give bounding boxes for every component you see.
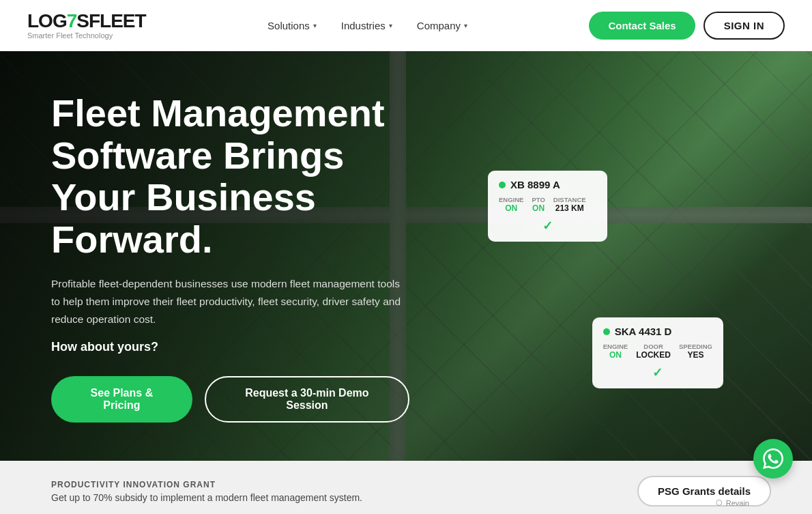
fleet-stats-2: Engine ON Door LOCKED Speeding YES xyxy=(603,343,712,360)
nav-industries[interactable]: Industries ▾ xyxy=(341,20,392,31)
fleet-card-2-header: SKA 4431 D xyxy=(603,326,712,337)
revain-label: Revain xyxy=(726,499,749,507)
contact-sales-button[interactable]: Contact Sales xyxy=(589,12,695,40)
fleet-card-1-header: XB 8899 A xyxy=(499,179,596,190)
request-demo-button[interactable]: Request a 30-min Demo Session xyxy=(205,376,409,423)
hero-content: Fleet Management Software Brings Your Bu… xyxy=(0,51,450,461)
card-arrow-2: ✓ xyxy=(603,365,712,380)
banner-text: PRODUCTIVITY INNOVATION GRANT Get up to … xyxy=(51,480,362,503)
stat-pto-1: PTO ON xyxy=(532,196,545,213)
revain-icon: ⬡ xyxy=(716,498,723,507)
stat-engine-1: Engine ON xyxy=(499,196,523,213)
chevron-down-icon: ▾ xyxy=(313,22,317,29)
stat-engine-2: Engine ON xyxy=(603,343,628,360)
psg-grants-button[interactable]: PSG Grants details xyxy=(637,476,771,506)
stat-distance-1: Distance 213 KM xyxy=(553,196,586,213)
banner-description: Get up to 70% subsidy to implement a mod… xyxy=(51,492,362,503)
stat-value-engine-1: ON xyxy=(505,203,517,213)
nav-links: Solutions ▾ Industries ▾ Company ▾ xyxy=(267,20,467,31)
banner-title: PRODUCTIVITY INNOVATION GRANT xyxy=(51,480,362,489)
fleet-stats-1: Engine ON PTO ON Distance 213 KM xyxy=(499,196,596,213)
logo-accent: 7 xyxy=(67,10,77,31)
chevron-down-icon: ▾ xyxy=(464,22,467,29)
stat-label-distance-1: Distance xyxy=(553,196,586,203)
whatsapp-icon xyxy=(763,448,783,469)
hero-question: How about yours? xyxy=(51,340,409,354)
nav-actions: Contact Sales SIGN IN xyxy=(589,12,785,40)
logo-suffix: SFLEET xyxy=(76,10,145,31)
status-dot-active xyxy=(499,182,506,188)
logo-subtitle: Smarter Fleet Technology xyxy=(27,32,146,40)
hero-section: Fleet Management Software Brings Your Bu… xyxy=(0,51,812,461)
signin-button[interactable]: SIGN IN xyxy=(704,12,785,40)
stat-value-engine-2: ON xyxy=(609,350,622,360)
stat-label-pto-1: PTO xyxy=(532,196,545,203)
hero-title: Fleet Management Software Brings Your Bu… xyxy=(51,92,409,260)
stat-label-speeding-2: Speeding xyxy=(679,343,712,350)
card-arrow-1: ✓ xyxy=(499,218,596,233)
stat-label-door-2: Door xyxy=(643,343,663,350)
logo-prefix: LOG xyxy=(27,10,67,31)
fleet-card-1: XB 8899 A Engine ON PTO ON Distance 213 … xyxy=(488,171,607,242)
stat-door-2: Door LOCKED xyxy=(636,343,671,360)
logo-text: LOG7SFLEET xyxy=(27,12,146,31)
nav-company[interactable]: Company ▾ xyxy=(417,20,467,31)
nav-solutions[interactable]: Solutions ▾ xyxy=(267,20,317,31)
stat-value-speeding-2: YES xyxy=(687,350,704,360)
see-plans-button[interactable]: See Plans & Pricing xyxy=(51,376,192,423)
hero-buttons: See Plans & Pricing Request a 30-min Dem… xyxy=(51,376,409,423)
stat-value-distance-1: 213 KM xyxy=(555,203,584,213)
stat-label-engine-1: Engine xyxy=(499,196,523,203)
whatsapp-fab[interactable] xyxy=(753,439,793,479)
hero-description: Profitable fleet-dependent businesses us… xyxy=(51,275,409,328)
chevron-down-icon: ▾ xyxy=(389,22,392,29)
stat-speeding-2: Speeding YES xyxy=(679,343,712,360)
stat-value-pto-1: ON xyxy=(532,203,545,213)
plate-number-2: SKA 4431 D xyxy=(615,326,672,337)
navbar: LOG7SFLEET Smarter Fleet Technology Solu… xyxy=(0,0,812,51)
plate-number-1: XB 8899 A xyxy=(510,179,560,190)
stat-label-engine-2: Engine xyxy=(603,343,628,350)
stat-value-door-2: LOCKED xyxy=(636,350,671,360)
fleet-card-2: SKA 4431 D Engine ON Door LOCKED Speedin… xyxy=(592,317,723,388)
logo[interactable]: LOG7SFLEET Smarter Fleet Technology xyxy=(27,12,146,40)
status-dot-active-2 xyxy=(603,328,610,335)
bottom-banner: PRODUCTIVITY INNOVATION GRANT Get up to … xyxy=(0,461,812,514)
revain-watermark: ⬡ Revain xyxy=(716,498,749,507)
